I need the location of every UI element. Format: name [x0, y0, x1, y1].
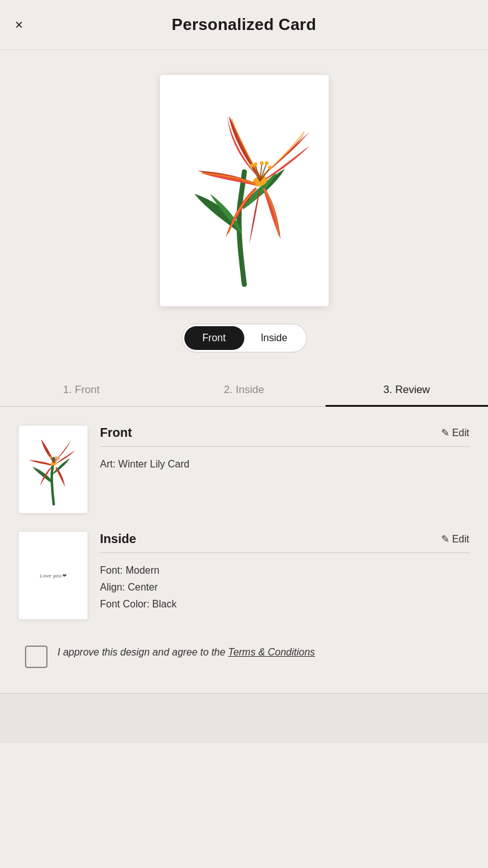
svg-point-17: [57, 457, 59, 459]
svg-point-2: [250, 164, 254, 167]
pencil-icon: ✎: [441, 533, 449, 545]
view-toggle[interactable]: Front Inside: [182, 324, 307, 352]
front-thumb-image: [24, 431, 83, 509]
front-toggle-btn[interactable]: Front: [184, 326, 244, 350]
front-review-header: Front ✎ Edit: [100, 426, 469, 447]
approval-row: I approve this design and agree to the T…: [19, 644, 469, 668]
bottom-bar: [0, 693, 488, 743]
inside-details: Font: Modern Align: Center Font Color: B…: [100, 562, 469, 613]
front-edit-button[interactable]: ✎ Edit: [441, 427, 469, 439]
inside-thumb-text: Love you❤: [40, 573, 66, 579]
front-thumbnail: [19, 426, 87, 513]
front-art-detail: Art: Winter Lily Card: [100, 456, 469, 472]
svg-point-4: [260, 161, 264, 165]
close-button[interactable]: ×: [15, 18, 23, 32]
card-preview: [160, 75, 329, 306]
svg-point-10: [265, 161, 269, 165]
review-section: Front ✎ Edit Art: Winter Lily Card Love …: [19, 407, 469, 668]
inside-toggle-btn[interactable]: Inside: [244, 326, 304, 350]
svg-point-15: [55, 456, 57, 457]
inside-edit-button[interactable]: ✎ Edit: [441, 533, 469, 545]
tab-front[interactable]: 1. Front: [0, 371, 162, 406]
svg-point-8: [254, 162, 257, 166]
tab-review[interactable]: 3. Review: [326, 371, 488, 406]
front-review-info: Front ✎ Edit Art: Winter Lily Card: [100, 426, 469, 472]
card-preview-section: Front Inside: [0, 50, 488, 371]
inside-thumbnail: Love you❤: [19, 532, 87, 619]
color-detail: Font Color: Black: [100, 596, 469, 612]
lily-image: [169, 84, 319, 297]
svg-point-11: [50, 461, 57, 466]
approval-text-before: I approve this design and agree to the: [57, 647, 228, 657]
step-tabs: 1. Front 2. Inside 3. Review: [0, 371, 488, 407]
font-detail: Font: Modern: [100, 562, 469, 579]
inside-review-label: Inside: [100, 532, 136, 546]
svg-point-6: [268, 166, 272, 169]
front-review-label: Front: [100, 426, 132, 440]
header: × Personalized Card: [0, 0, 488, 50]
inside-review-item: Love you❤ Inside ✎ Edit Font: Modern Ali…: [19, 532, 469, 638]
front-review-item: Front ✎ Edit Art: Winter Lily Card: [19, 426, 469, 532]
inside-review-info: Inside ✎ Edit Font: Modern Align: Center…: [100, 532, 469, 613]
tab-inside[interactable]: 2. Inside: [162, 371, 325, 406]
pencil-icon: ✎: [441, 427, 449, 439]
page-title: Personalized Card: [172, 15, 316, 34]
svg-point-13: [49, 456, 51, 458]
align-detail: Align: Center: [100, 579, 469, 596]
inside-review-header: Inside ✎ Edit: [100, 532, 469, 553]
terms-conditions-link[interactable]: Terms & Conditions: [228, 647, 315, 657]
approval-text: I approve this design and agree to the T…: [57, 644, 315, 661]
content-area: Front ✎ Edit Art: Winter Lily Card Love …: [0, 407, 488, 693]
approval-checkbox[interactable]: [25, 646, 47, 668]
